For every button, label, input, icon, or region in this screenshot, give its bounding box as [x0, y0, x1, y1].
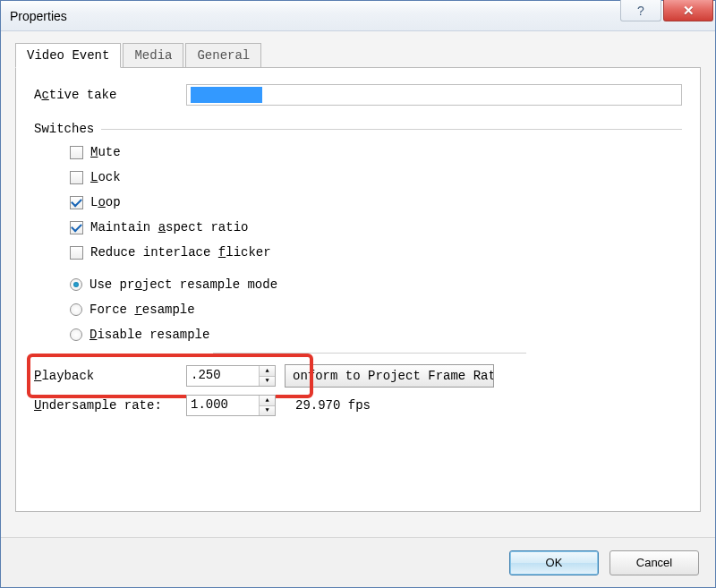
tab-video-event[interactable]: Video Event — [15, 43, 121, 68]
radio-icon — [70, 303, 82, 316]
spin-down-icon[interactable]: ▼ — [260, 376, 275, 387]
close-button[interactable]: ✕ — [663, 0, 713, 21]
undersample-spinner[interactable]: 1.000 ▲ ▼ — [186, 395, 276, 416]
active-take-input[interactable] — [186, 84, 682, 106]
tab-strip: Video Event Media General — [15, 42, 701, 67]
playback-spinner[interactable]: .250 ▲ ▼ — [186, 365, 276, 387]
checkbox-icon — [70, 246, 83, 260]
playback-label: Playback — [34, 369, 177, 383]
divider — [101, 129, 682, 130]
ok-button[interactable]: OK — [509, 550, 599, 575]
radio-icon — [70, 328, 82, 341]
checkbox-icon — [70, 196, 83, 209]
switch-reduce-flicker[interactable]: Reduce interlace flicker — [70, 245, 682, 260]
dialog-footer: OK Cancel — [1, 537, 715, 587]
conform-frame-rate-button[interactable]: onform to Project Frame Rat — [285, 364, 494, 388]
spin-up-icon[interactable]: ▲ — [260, 366, 275, 376]
switch-mute[interactable]: Mute — [70, 145, 682, 159]
close-icon: ✕ — [683, 3, 695, 19]
active-take-value — [191, 87, 262, 103]
radio-label: Disable resample — [90, 328, 209, 342]
switch-label: Maintain aspect ratio — [90, 220, 248, 234]
radio-label: Force resample — [90, 303, 195, 317]
tab-panel-video-event: Active take Switches Mute Lock Loop — [15, 67, 701, 512]
radio-label: Use project resample mode — [90, 277, 277, 292]
active-take-label: Active take — [34, 88, 186, 102]
checkbox-icon — [70, 146, 83, 159]
checkbox-icon — [70, 221, 83, 234]
radio-project-resample[interactable]: Use project resample mode — [70, 277, 682, 292]
divider — [213, 353, 526, 354]
switch-lock[interactable]: Lock — [70, 170, 682, 184]
switch-label: Lock — [90, 170, 121, 184]
spinner-arrows: ▲ ▼ — [259, 366, 275, 386]
spin-down-icon[interactable]: ▼ — [260, 405, 275, 416]
window-buttons: ? ✕ — [620, 1, 715, 30]
active-take-row: Active take — [34, 84, 682, 106]
radio-disable-resample[interactable]: Disable resample — [70, 328, 682, 342]
switches-header: Switches — [34, 122, 682, 136]
fps-readout: 29.970 fps — [295, 398, 371, 413]
switch-aspect-ratio[interactable]: Maintain aspect ratio — [70, 220, 682, 234]
cancel-button[interactable]: Cancel — [609, 550, 699, 575]
titlebar[interactable]: Properties ? ✕ — [1, 1, 715, 31]
switch-label: Mute — [90, 145, 121, 159]
spinner-arrows: ▲ ▼ — [259, 396, 275, 415]
playback-row: Playback .250 ▲ ▼ onform to Project Fram… — [34, 364, 682, 388]
content-area: Video Event Media General Active take Sw… — [1, 31, 715, 537]
tab-media[interactable]: Media — [123, 43, 183, 68]
radio-force-resample[interactable]: Force resample — [70, 303, 682, 317]
radio-icon — [70, 278, 82, 291]
undersample-value[interactable]: 1.000 — [187, 396, 259, 415]
undersample-label: Undersample rate: — [34, 398, 177, 413]
help-button[interactable]: ? — [620, 0, 661, 21]
playback-value[interactable]: .250 — [187, 366, 259, 386]
window-title: Properties — [10, 9, 620, 23]
tab-general[interactable]: General — [185, 43, 261, 68]
switch-loop[interactable]: Loop — [70, 195, 682, 209]
help-icon: ? — [637, 4, 644, 18]
undersample-row: Undersample rate: 1.000 ▲ ▼ 29.970 fps — [34, 395, 682, 416]
checkbox-icon — [70, 171, 83, 184]
switch-label: Reduce interlace flicker — [90, 245, 271, 260]
properties-dialog: Properties ? ✕ Video Event Media General… — [0, 0, 716, 588]
switches-label: Switches — [34, 122, 94, 136]
spin-up-icon[interactable]: ▲ — [260, 396, 275, 405]
switch-label: Loop — [90, 195, 121, 209]
